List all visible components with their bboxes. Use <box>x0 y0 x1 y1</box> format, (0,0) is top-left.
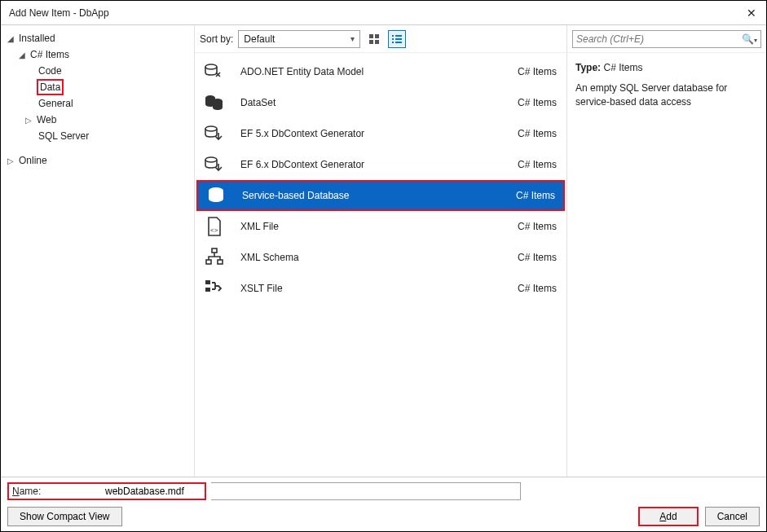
center-panel: Sort by: Default ▾ ADO.NET Entity Data M… <box>195 25 566 477</box>
list-item[interactable]: EF 5.x DbContext Generator C# Items <box>196 118 565 149</box>
name-row: Name: <box>7 482 760 500</box>
xml-file-icon: <> <box>203 215 226 238</box>
item-category: C# Items <box>516 190 555 201</box>
svg-rect-5 <box>395 35 402 37</box>
bottom-panel: Name: Show Compact View Add Cancel <box>1 477 766 531</box>
list-item-selected[interactable]: Service-based Database C# Items <box>196 180 565 211</box>
item-category: C# Items <box>518 97 557 108</box>
show-compact-view-button[interactable]: Show Compact View <box>7 507 122 526</box>
chevron-right-icon: ▷ <box>25 116 35 125</box>
item-label: ADO.NET Entity Data Model <box>240 66 518 77</box>
list-item[interactable]: ADO.NET Entity Data Model C# Items <box>196 56 565 87</box>
ef-generator-icon <box>203 153 226 176</box>
item-label: XML Schema <box>240 252 518 263</box>
tree-label: Web <box>35 114 58 125</box>
item-label: DataSet <box>240 97 518 108</box>
title-bar: Add New Item - DbApp ✕ <box>1 1 766 25</box>
name-input-extension[interactable] <box>211 482 521 500</box>
xml-schema-icon <box>203 246 226 269</box>
svg-rect-2 <box>369 40 373 44</box>
svg-rect-9 <box>395 42 402 43</box>
svg-rect-7 <box>395 38 402 40</box>
tree-label: Code <box>37 65 64 77</box>
tree-web[interactable]: ▷ Web <box>7 112 187 128</box>
list-item[interactable]: XSLT File C# Items <box>196 273 565 304</box>
search-box[interactable]: 🔍▾ <box>572 30 761 48</box>
cancel-button[interactable]: Cancel <box>705 507 760 526</box>
tree-online[interactable]: ▷ Online <box>7 152 187 169</box>
svg-rect-3 <box>375 40 379 44</box>
chevron-down-icon: ◢ <box>19 51 29 59</box>
list-item[interactable]: <> XML File C# Items <box>196 211 565 242</box>
search-input[interactable] <box>576 33 738 45</box>
main-area: ◢ Installed ◢ C# Items Code Data General… <box>1 25 766 477</box>
add-button[interactable]: Add <box>638 507 698 526</box>
item-label: XSLT File <box>240 283 518 294</box>
item-category: C# Items <box>518 221 557 232</box>
toolbar: Sort by: Default ▾ <box>195 25 566 53</box>
sort-by-label: Sort by: <box>200 33 233 45</box>
svg-rect-19 <box>206 260 211 264</box>
tree-installed[interactable]: ◢ Installed <box>7 30 187 46</box>
tree-sqlserver[interactable]: SQL Server <box>7 128 187 144</box>
svg-rect-20 <box>218 260 223 264</box>
type-label: Type: <box>575 62 601 73</box>
svg-rect-21 <box>205 280 210 284</box>
view-list-button[interactable] <box>388 30 406 48</box>
list-item[interactable]: XML Schema C# Items <box>196 242 565 273</box>
item-label: EF 5.x DbContext Generator <box>240 128 518 139</box>
svg-rect-18 <box>212 248 217 253</box>
description-text: An empty SQL Server database for service… <box>575 81 758 109</box>
svg-rect-4 <box>392 35 394 37</box>
tree-label: Data <box>37 79 64 95</box>
sort-value: Default <box>244 33 275 45</box>
tree-label: C# Items <box>29 49 71 60</box>
close-icon[interactable]: ✕ <box>743 7 760 20</box>
ef-generator-icon <box>203 122 226 145</box>
svg-rect-1 <box>375 34 379 38</box>
name-input[interactable] <box>105 486 201 497</box>
view-tiles-button[interactable] <box>365 30 383 48</box>
entity-model-icon <box>203 60 226 83</box>
list-item[interactable]: DataSet C# Items <box>196 87 565 118</box>
chevron-right-icon: ▷ <box>7 156 17 165</box>
window-title: Add New Item - DbApp <box>9 7 109 19</box>
database-icon <box>205 184 227 207</box>
svg-rect-0 <box>369 34 373 38</box>
svg-point-14 <box>205 157 217 162</box>
list-item[interactable]: EF 6.x DbContext Generator C# Items <box>196 149 565 180</box>
name-field-highlight: Name: <box>7 482 206 500</box>
template-list: ADO.NET Entity Data Model C# Items DataS… <box>195 53 566 477</box>
svg-rect-8 <box>392 42 394 43</box>
tree-label: Installed <box>17 33 57 44</box>
svg-rect-6 <box>392 38 394 40</box>
detail-panel: 🔍▾ Type: C# Items An empty SQL Server da… <box>566 25 766 477</box>
tree-label: Online <box>17 155 49 166</box>
svg-point-13 <box>205 126 217 131</box>
chevron-down-icon: ▾ <box>350 34 355 43</box>
type-value: C# Items <box>603 62 642 73</box>
detail-text: Type: C# Items An empty SQL Server datab… <box>567 53 766 117</box>
sort-dropdown[interactable]: Default ▾ <box>238 30 360 48</box>
xslt-file-icon <box>203 277 226 300</box>
tree-label: SQL Server <box>37 130 90 142</box>
dataset-icon <box>203 91 226 114</box>
item-category: C# Items <box>518 128 557 139</box>
tree-data[interactable]: Data <box>7 79 187 95</box>
search-icon[interactable]: 🔍▾ <box>738 33 757 45</box>
item-label: EF 6.x DbContext Generator <box>240 159 518 170</box>
svg-point-10 <box>205 64 217 69</box>
tree-label: General <box>37 98 75 109</box>
button-row: Show Compact View Add Cancel <box>7 507 760 526</box>
svg-rect-22 <box>205 288 210 292</box>
category-tree: ◢ Installed ◢ C# Items Code Data General… <box>1 25 195 477</box>
tree-csharp-items[interactable]: ◢ C# Items <box>7 46 187 63</box>
item-category: C# Items <box>518 252 557 263</box>
item-category: C# Items <box>518 159 557 170</box>
item-label: Service-based Database <box>242 190 516 201</box>
item-category: C# Items <box>518 283 557 294</box>
item-category: C# Items <box>518 66 557 77</box>
item-label: XML File <box>240 221 518 232</box>
tree-code[interactable]: Code <box>7 63 187 79</box>
tree-general[interactable]: General <box>7 95 187 112</box>
